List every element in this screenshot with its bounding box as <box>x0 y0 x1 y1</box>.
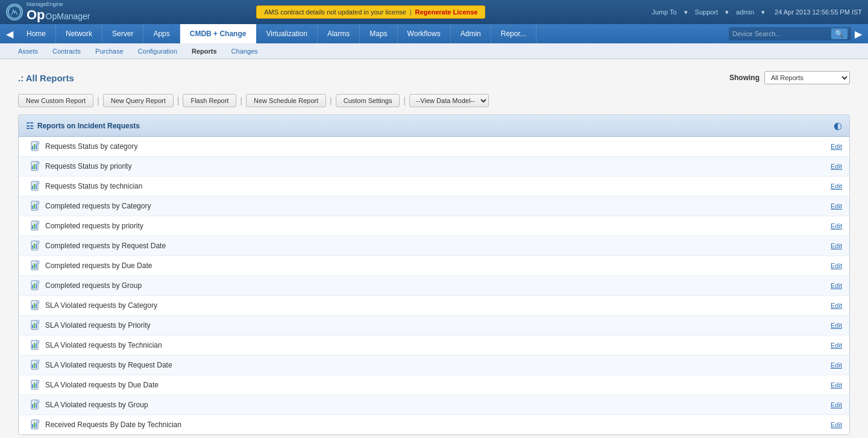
svg-rect-81 <box>34 402 35 408</box>
svg-rect-10 <box>36 164 37 169</box>
edit-link[interactable]: Edit <box>831 401 842 408</box>
reports-list: Requests Status by categoryEdit Requests… <box>19 137 849 434</box>
section-title: ☷ Reports on Incident Requests <box>26 121 140 131</box>
new-custom-report-button[interactable]: New Custom Report <box>18 94 93 107</box>
nav-bar: ◀ HomeNetworkServerAppsCMDB + ChangeVirt… <box>0 24 868 43</box>
report-name: Requests Status by category <box>45 142 137 151</box>
report-name: SLA Violated requests by Request Date <box>45 361 172 369</box>
nav-item-admin[interactable]: Admin <box>451 24 491 43</box>
sub-nav-item-purchase[interactable]: Purchase <box>89 46 129 56</box>
custom-settings-button[interactable]: Custom Settings <box>336 94 400 107</box>
sep4: | <box>330 96 332 105</box>
jump-to-link[interactable]: Jump To <box>652 8 676 16</box>
nav-item-maps[interactable]: Maps <box>360 24 397 43</box>
svg-rect-42 <box>37 261 39 263</box>
svg-rect-6 <box>37 142 39 144</box>
collapse-icon[interactable]: ◐ <box>834 120 842 131</box>
report-row: Completed requests by priorityEdit <box>19 216 849 236</box>
sub-nav-item-assets[interactable]: Assets <box>12 46 44 56</box>
flash-report-button[interactable]: Flash Report <box>183 94 236 107</box>
sub-nav-item-reports[interactable]: Reports <box>186 46 223 56</box>
svg-rect-21 <box>34 204 35 209</box>
edit-link[interactable]: Edit <box>831 262 842 269</box>
svg-rect-64 <box>36 343 37 348</box>
toolbar: New Custom Report | New Query Report | F… <box>18 94 850 107</box>
new-schedule-report-button[interactable]: New Schedule Report <box>246 94 326 107</box>
page-header: .: All Reports Showing All ReportsCustom… <box>18 71 850 84</box>
license-text: AMS contract details not updated in your… <box>264 8 406 16</box>
edit-link[interactable]: Edit <box>831 322 842 329</box>
edit-link[interactable]: Edit <box>831 342 842 349</box>
edit-link[interactable]: Edit <box>831 143 842 150</box>
svg-rect-14 <box>32 186 33 189</box>
nav-item-network[interactable]: Network <box>56 24 102 43</box>
report-file-icon <box>31 141 40 152</box>
edit-link[interactable]: Edit <box>831 282 842 289</box>
report-name: Requests Status by priority <box>45 162 131 171</box>
section-icon: ☷ <box>26 121 34 131</box>
report-left: SLA Violated requests by Request Date <box>31 360 172 371</box>
report-file-icon <box>31 399 40 410</box>
svg-rect-74 <box>32 384 33 388</box>
nav-item-server[interactable]: Server <box>102 24 143 43</box>
report-file-icon <box>31 221 40 231</box>
new-query-report-button[interactable]: New Query Report <box>103 94 174 107</box>
edit-link[interactable]: Edit <box>831 183 842 190</box>
page-title: .: All Reports <box>18 73 74 83</box>
report-file-icon <box>31 161 40 172</box>
report-name: Completed requests by Category <box>45 202 151 210</box>
search-button[interactable]: 🔍 <box>831 28 848 39</box>
svg-rect-26 <box>32 225 33 229</box>
report-row: SLA Violated requests by Request DateEdi… <box>19 355 849 375</box>
top-header: ManageEngine Op OpManager AMS contract d… <box>0 0 868 24</box>
nav-item-workflows[interactable]: Workflows <box>398 24 451 43</box>
svg-rect-22 <box>36 204 37 209</box>
report-file-icon <box>31 300 40 311</box>
report-row: SLA Violated requests by Due DateEdit <box>19 375 849 395</box>
edit-link[interactable]: Edit <box>831 381 842 389</box>
report-file-icon <box>31 201 40 211</box>
admin-link[interactable]: admin <box>736 8 754 16</box>
nav-item-virtualization[interactable]: Virtualization <box>256 24 317 43</box>
report-left: SLA Violated requests by Group <box>31 399 148 410</box>
svg-rect-70 <box>36 363 37 368</box>
edit-link[interactable]: Edit <box>831 421 842 428</box>
nav-item-home[interactable]: Home <box>17 24 56 43</box>
reports-section: ☷ Reports on Incident Requests ◐ Request… <box>18 114 850 435</box>
svg-rect-36 <box>37 241 39 243</box>
regenerate-license-link[interactable]: Regenerate License <box>415 8 478 16</box>
nav-item-cmdb+change[interactable]: CMDB + Change <box>180 24 257 43</box>
showing-select[interactable]: All ReportsCustom ReportsScheduled Repor… <box>764 71 850 84</box>
edit-link[interactable]: Edit <box>831 242 842 249</box>
report-name: Received Requests By Date by Technician <box>45 421 181 429</box>
nav-item-repor...[interactable]: Repor... <box>491 24 536 43</box>
nav-left-arrow[interactable]: ◀ <box>2 28 17 40</box>
report-file-icon <box>31 360 40 371</box>
nav-item-alarms[interactable]: Alarms <box>318 24 360 43</box>
report-name: Completed requests by Group <box>45 281 142 290</box>
search-input[interactable] <box>732 30 829 37</box>
svg-rect-76 <box>36 383 37 388</box>
edit-link[interactable]: Edit <box>831 163 842 170</box>
svg-rect-82 <box>36 403 37 408</box>
edit-link[interactable]: Edit <box>831 302 842 309</box>
report-file-icon <box>31 280 40 291</box>
edit-link[interactable]: Edit <box>831 361 842 369</box>
svg-rect-3 <box>34 144 35 149</box>
datetime: 24 Apr 2013 12:56:55 PM IST <box>775 8 862 16</box>
svg-rect-15 <box>34 184 35 189</box>
edit-link[interactable]: Edit <box>831 202 842 210</box>
report-row: Completed requests by CategoryEdit <box>19 196 849 216</box>
svg-rect-60 <box>37 321 39 323</box>
sub-nav-item-contracts[interactable]: Contracts <box>46 46 87 56</box>
view-data-model-select[interactable]: --View Data Model-- <box>409 94 489 107</box>
nav-right-arrow[interactable]: ▶ <box>851 28 866 40</box>
nav-item-apps[interactable]: Apps <box>143 24 180 43</box>
edit-link[interactable]: Edit <box>831 222 842 230</box>
sub-nav-item-configuration[interactable]: Configuration <box>132 46 183 56</box>
sep3: | <box>240 96 242 105</box>
report-left: SLA Violated requests by Priority <box>31 320 151 331</box>
sub-nav-item-changes[interactable]: Changes <box>225 46 264 56</box>
support-link[interactable]: Support <box>695 8 719 16</box>
svg-rect-38 <box>32 265 33 269</box>
